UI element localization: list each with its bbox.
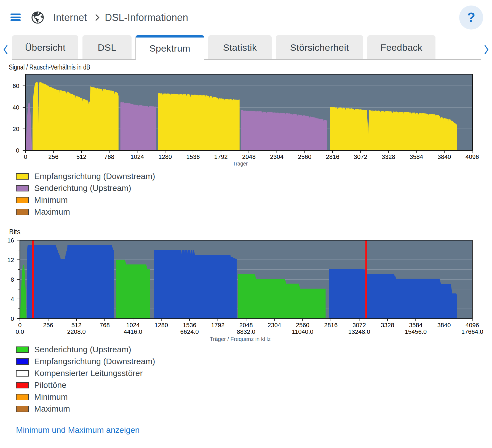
svg-text:11040.0: 11040.0 [292, 328, 313, 335]
svg-text:60: 60 [13, 82, 19, 89]
svg-text:1792: 1792 [214, 153, 228, 160]
svg-text:3584: 3584 [410, 153, 423, 160]
svg-text:4096: 4096 [466, 322, 479, 329]
svg-text:13248.0: 13248.0 [348, 328, 370, 335]
svg-text:3328: 3328 [382, 153, 395, 160]
svg-text:256: 256 [43, 322, 53, 329]
svg-text:Bits: Bits [9, 229, 20, 236]
svg-text:Signal / Rausch-Verhältnis in: Signal / Rausch-Verhältnis in dB [9, 63, 90, 71]
svg-text:1280: 1280 [154, 322, 168, 329]
svg-text:2208.0: 2208.0 [67, 328, 85, 335]
svg-text:2560: 2560 [296, 322, 309, 329]
svg-text:1536: 1536 [183, 322, 196, 329]
svg-text:0: 0 [16, 147, 19, 154]
svg-text:4: 4 [11, 296, 14, 303]
svg-text:4416.0: 4416.0 [124, 328, 142, 335]
svg-text:1024: 1024 [130, 153, 144, 160]
svg-text:512: 512 [71, 322, 82, 329]
svg-text:3072: 3072 [352, 322, 366, 329]
svg-text:4096: 4096 [466, 153, 479, 160]
svg-text:2048: 2048 [242, 153, 256, 160]
svg-text:0: 0 [24, 153, 27, 160]
svg-text:17664.0: 17664.0 [461, 328, 483, 335]
svg-text:2816: 2816 [324, 322, 338, 329]
svg-text:2304: 2304 [268, 322, 281, 329]
svg-text:6624.0: 6624.0 [180, 328, 199, 335]
svg-text:1792: 1792 [211, 322, 224, 329]
svg-text:3072: 3072 [354, 153, 367, 160]
svg-text:2560: 2560 [298, 153, 311, 160]
svg-text:2048: 2048 [239, 322, 253, 329]
svg-text:1024: 1024 [126, 322, 140, 329]
svg-text:1536: 1536 [186, 153, 200, 160]
svg-text:0: 0 [11, 315, 14, 322]
svg-text:256: 256 [48, 153, 58, 160]
svg-text:768: 768 [100, 322, 110, 329]
svg-text:2816: 2816 [326, 153, 339, 160]
svg-text:Träger / Frequenz in kHz: Träger / Frequenz in kHz [210, 336, 271, 342]
svg-text:3328: 3328 [381, 322, 394, 329]
svg-text:3840: 3840 [438, 153, 451, 160]
svg-text:8: 8 [11, 276, 14, 283]
svg-text:1280: 1280 [158, 153, 172, 160]
svg-text:40: 40 [13, 104, 19, 111]
svg-text:0.0: 0.0 [16, 328, 24, 335]
svg-text:15456.0: 15456.0 [405, 328, 427, 335]
svg-text:8832.0: 8832.0 [237, 328, 255, 335]
svg-text:12: 12 [7, 257, 14, 263]
svg-text:3584: 3584 [409, 322, 423, 329]
svg-text:0: 0 [18, 322, 22, 329]
svg-text:20: 20 [13, 126, 19, 132]
svg-text:512: 512 [76, 153, 87, 160]
svg-text:768: 768 [104, 153, 114, 160]
svg-text:Träger: Träger [233, 161, 248, 167]
svg-text:2304: 2304 [270, 153, 284, 160]
svg-text:16: 16 [7, 237, 14, 244]
svg-text:3840: 3840 [437, 322, 451, 329]
